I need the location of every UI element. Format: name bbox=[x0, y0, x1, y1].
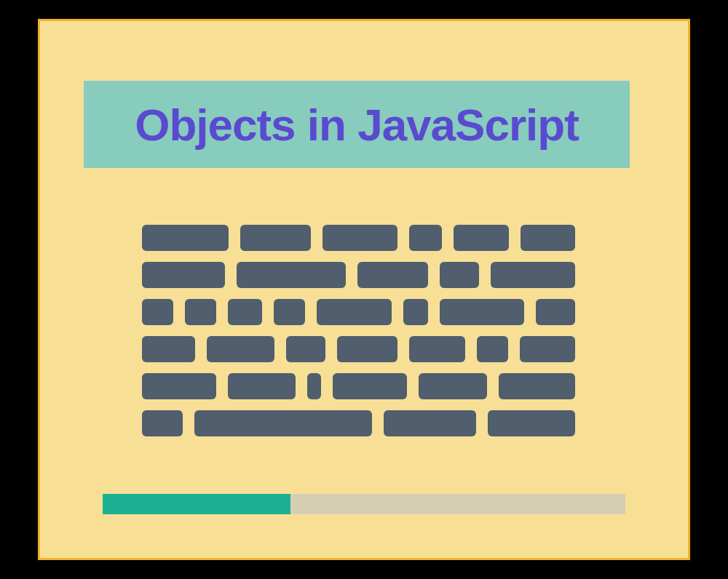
text-word-placeholder bbox=[142, 225, 229, 251]
text-line bbox=[142, 299, 575, 325]
text-word-placeholder bbox=[194, 410, 372, 436]
text-word-placeholder bbox=[357, 262, 428, 288]
text-word-placeholder bbox=[142, 373, 216, 399]
text-word-placeholder bbox=[488, 410, 575, 436]
text-word-placeholder bbox=[409, 336, 464, 362]
text-word-placeholder bbox=[228, 299, 262, 325]
text-word-placeholder bbox=[409, 225, 443, 251]
text-line bbox=[142, 410, 575, 436]
text-word-placeholder bbox=[142, 299, 173, 325]
text-word-placeholder bbox=[237, 262, 346, 288]
text-line bbox=[142, 336, 575, 362]
text-word-placeholder bbox=[240, 225, 310, 251]
text-line bbox=[142, 262, 575, 288]
text-word-placeholder bbox=[384, 410, 477, 436]
text-word-placeholder bbox=[337, 336, 398, 362]
text-word-placeholder bbox=[403, 299, 428, 325]
text-word-placeholder bbox=[419, 373, 487, 399]
text-word-placeholder bbox=[286, 336, 325, 362]
text-word-placeholder bbox=[440, 262, 479, 288]
text-word-placeholder bbox=[477, 336, 508, 362]
text-word-placeholder bbox=[317, 299, 392, 325]
text-word-placeholder bbox=[520, 336, 575, 362]
body-text-placeholder bbox=[142, 225, 575, 436]
text-word-placeholder bbox=[142, 262, 225, 288]
slide-card: Objects in JavaScript bbox=[38, 19, 690, 560]
title-banner: Objects in JavaScript bbox=[84, 81, 630, 168]
text-word-placeholder bbox=[536, 299, 575, 325]
slide-title: Objects in JavaScript bbox=[135, 99, 579, 151]
text-word-placeholder bbox=[323, 225, 397, 251]
progress-bar-fill bbox=[103, 494, 290, 514]
text-word-placeholder bbox=[142, 336, 195, 362]
progress-bar-track bbox=[103, 494, 625, 514]
text-word-placeholder bbox=[491, 262, 575, 288]
text-line bbox=[142, 373, 575, 399]
text-word-placeholder bbox=[142, 410, 183, 436]
text-word-placeholder bbox=[207, 336, 274, 362]
text-word-placeholder bbox=[274, 299, 305, 325]
text-word-placeholder bbox=[454, 225, 508, 251]
text-word-placeholder bbox=[499, 373, 575, 399]
text-word-placeholder bbox=[228, 373, 296, 399]
text-line bbox=[142, 225, 575, 251]
text-word-placeholder bbox=[307, 373, 321, 399]
text-word-placeholder bbox=[333, 373, 407, 399]
text-word-placeholder bbox=[440, 299, 525, 325]
text-word-placeholder bbox=[185, 299, 216, 325]
text-word-placeholder bbox=[521, 225, 575, 251]
